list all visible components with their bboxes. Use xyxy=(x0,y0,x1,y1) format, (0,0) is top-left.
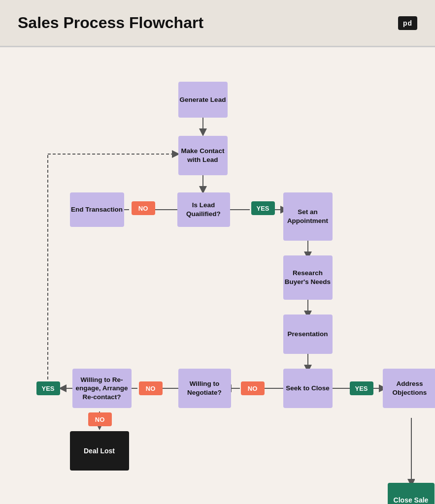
yes-badge-qualified: YES xyxy=(251,201,275,215)
seek-to-close-node: Seek to Close xyxy=(283,369,333,408)
willing-reengage-node: Willing to Re-engage, Arrange Re-contact… xyxy=(72,369,132,408)
page-header: Sales Process Flowchart pd xyxy=(0,0,435,47)
research-buyer-node: Research Buyer's Needs xyxy=(283,255,333,300)
logo-icon: pd xyxy=(398,16,417,30)
close-sale-node: Close Sale xyxy=(388,483,435,504)
yes-badge-reengage: YES xyxy=(36,381,60,395)
willing-negotiate-node: Willing to Negotiate? xyxy=(178,369,231,408)
yes-badge-seek: YES xyxy=(350,381,373,395)
no-badge-seek: NO xyxy=(241,381,265,395)
set-appointment-node: Set an Appointment xyxy=(283,192,333,241)
flow-wrapper: Generate Lead Make Contact with Lead Is … xyxy=(21,62,415,504)
deal-lost-node: Deal Lost xyxy=(70,431,129,471)
address-objections-node: Address Objections xyxy=(383,369,435,408)
presentation-node: Presentation xyxy=(283,315,333,354)
no-badge-qualified: NO xyxy=(132,201,155,215)
generate-lead-node: Generate Lead xyxy=(178,82,228,118)
no-badge-negotiate: NO xyxy=(139,381,163,395)
page-title: Sales Process Flowchart xyxy=(18,14,203,32)
flowchart-container: Generate Lead Make Contact with Lead Is … xyxy=(0,47,435,504)
make-contact-node: Make Contact with Lead xyxy=(178,136,228,175)
no-badge-reengage: NO xyxy=(88,412,112,426)
is-qualified-node: Is Lead Quailified? xyxy=(177,192,230,227)
end-transaction-node: End Transaction xyxy=(70,192,124,227)
